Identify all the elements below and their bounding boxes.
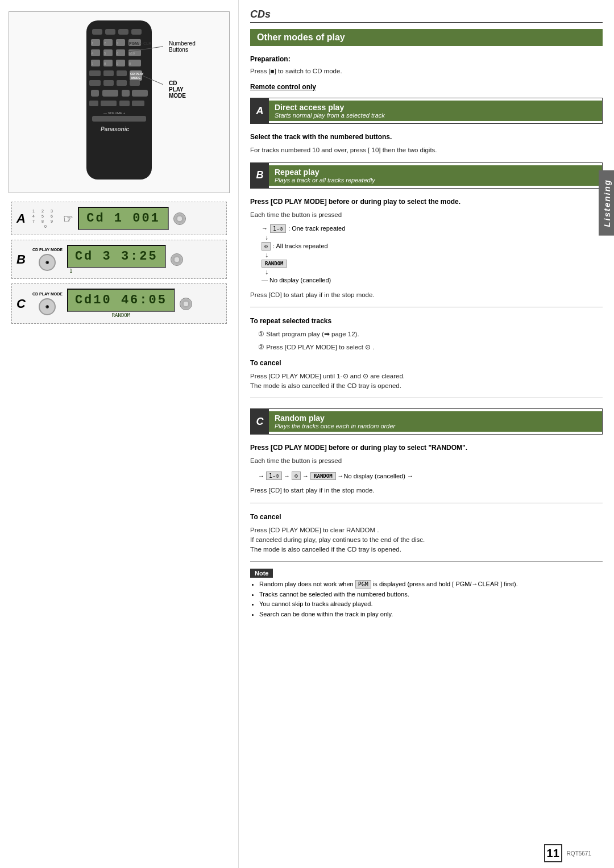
hand-icon-a: ☞ <box>63 212 73 226</box>
divider-1 <box>250 307 603 307</box>
svg-rect-43 <box>132 90 148 97</box>
c-random-badge: RANDOM <box>310 472 336 480</box>
mode-b-each-time: Each time the button is pressed <box>250 210 603 220</box>
svg-rect-42 <box>122 90 130 97</box>
mode-b-badge: B <box>251 163 269 188</box>
cd-play-mode-label: CD PLAY MODE <box>169 80 186 99</box>
note-label: Note <box>250 569 273 578</box>
svg-text:PGM/→CLR: PGM/→CLR <box>129 41 151 45</box>
section-title-cds: CDs <box>250 9 603 23</box>
mode-btn-b-label: CD PLAY MODE <box>32 248 63 252</box>
mode-btn-c[interactable]: CD PLAY MODE ◉ <box>32 292 63 315</box>
pgm-badge: PGM <box>355 580 371 589</box>
cd-icon-c <box>180 298 192 310</box>
cd-icon-a <box>173 212 186 225</box>
mode-block-b-header: B Repeat play Plays a track or all track… <box>251 163 602 188</box>
svg-rect-49 <box>92 116 146 122</box>
page-number-area: 11 RQT5671 <box>544 844 591 862</box>
mode-b-press-heading: Press [CD PLAY MODE] before or during pl… <box>250 198 603 206</box>
section-c-label: C <box>16 297 28 311</box>
mode-a-header-text: Direct access play Starts normal play fr… <box>269 101 602 121</box>
display-row-a: A 123 456 789 0 ☞ Cd 1 001 <box>11 202 227 235</box>
lcd-sub-b: 1 <box>67 268 166 274</box>
mode-b-subtitle: Plays a track or all tracks repeatedly <box>275 177 596 183</box>
svg-rect-45 <box>101 101 117 106</box>
page-number: 11 <box>544 844 562 862</box>
svg-text:— VOLUME +: — VOLUME + <box>103 111 126 115</box>
mode-btn-c-graphic[interactable]: ◉ <box>39 298 56 315</box>
remote-only-label: Remote control only <box>250 83 603 91</box>
svg-rect-37 <box>103 80 114 86</box>
svg-rect-39 <box>130 80 140 86</box>
mode-c-flow: → 1-⊙ → ⊙ → RANDOM →No display (cancelle… <box>258 471 603 480</box>
lcd-container-c: Cd10 46:05 RANDOM <box>67 289 175 319</box>
svg-text:≥10: ≥10 <box>129 52 135 55</box>
lcd-container-b: Cd 3 3:25 1 <box>67 245 166 274</box>
mode-c-title: Random play <box>275 414 596 423</box>
note-bullet-2: Tracks cannot be selected with the numbe… <box>259 590 603 600</box>
mode-c-header-text: Random play Plays the tracks once each i… <box>269 411 602 432</box>
mode-c-press-heading: Press [CD PLAY MODE] before or during pl… <box>250 444 603 452</box>
svg-rect-41 <box>102 90 118 97</box>
preparation-text: Press [■] to switch to CD mode. <box>250 66 603 76</box>
svg-rect-2 <box>105 29 115 35</box>
note-section: Note Random play does not work when PGM … <box>250 569 603 619</box>
mode-btn-b-graphic[interactable]: ◉ <box>39 254 56 271</box>
mode-block-c-header: C Random play Plays the tracks once each… <box>251 409 602 434</box>
mode-block-b: B Repeat play Plays a track or all track… <box>250 162 603 189</box>
svg-rect-30 <box>103 70 114 76</box>
mode-b-flow: → 1-⊙ : One track repeated ↓ ⊙ : All tra… <box>250 224 603 283</box>
listening-tab: Listening <box>599 170 614 236</box>
random-badge-b: RANDOM <box>262 260 287 268</box>
flow-item-1: → 1-⊙ : One track repeated <box>262 224 603 233</box>
svg-text:MODE: MODE <box>131 76 141 80</box>
mode-c-subtitle: Plays the tracks once each in random ord… <box>275 423 596 429</box>
remote-control-area: PGM/→CLR 1 2 3 4 5 6 ≥10 <box>9 11 230 193</box>
to-cancel-b-text: Press [CD PLAY MODE] until 1-⊙ and ⊙ are… <box>250 372 603 391</box>
to-cancel-b-heading: To cancel <box>250 359 603 367</box>
right-panel: Listening CDs Other modes of play Prepar… <box>239 0 614 868</box>
lcd-display-c: Cd10 46:05 <box>67 289 175 312</box>
down-arrow-2: ↓ <box>262 251 603 259</box>
lcd-display-b: Cd 3 3:25 <box>67 245 166 268</box>
svg-rect-46 <box>119 101 130 106</box>
c-badge-1: 1-⊙ <box>266 471 282 480</box>
mode-block-a-header: A Direct access play Starts normal play … <box>251 98 602 123</box>
left-panel: PGM/→CLR 1 2 3 4 5 6 ≥10 <box>0 0 239 868</box>
svg-rect-38 <box>117 80 127 86</box>
to-repeat-heading: To repeat selected tracks <box>250 317 603 325</box>
c-badge-2: ⊙ <box>292 471 301 480</box>
mode-a-subtitle: Starts normal play from a selected track <box>275 112 596 119</box>
other-modes-header: Other modes of play <box>250 29 603 46</box>
mode-block-a: A Direct access play Starts normal play … <box>250 98 603 124</box>
one-track-badge: 1-⊙ <box>270 224 286 233</box>
down-arrow-3: ↓ <box>262 268 603 276</box>
mode-b-header-text: Repeat play Plays a track or all tracks … <box>269 165 602 186</box>
to-repeat-2: ② Press [CD PLAY MODE] to select ⊙ . <box>250 343 603 352</box>
svg-rect-1 <box>92 29 102 35</box>
svg-rect-40 <box>91 90 99 97</box>
mode-c-each-time: Each time the button is pressed <box>250 456 603 466</box>
mode-b-title: Repeat play <box>275 168 596 177</box>
svg-rect-36 <box>89 80 101 86</box>
flow-item-2: ⊙ : All tracks repeated <box>262 242 603 251</box>
display-sections: A 123 456 789 0 ☞ Cd 1 001 B <box>9 199 230 327</box>
all-tracks-badge: ⊙ <box>262 242 271 251</box>
mode-c-press-cd: Press [CD] to start play if in the stop … <box>250 486 603 495</box>
mode-b-press-cd: Press [CD] to start play if in the stop … <box>250 290 603 300</box>
to-repeat-1: ① Start program play (➡ page 12). <box>250 329 603 339</box>
mode-btn-b[interactable]: CD PLAY MODE ◉ <box>32 248 63 270</box>
mode-block-c: C Random play Plays the tracks once each… <box>250 408 603 435</box>
note-bullet-1: Random play does not work when PGM is di… <box>259 579 603 590</box>
svg-rect-47 <box>132 101 144 106</box>
lcd-display-a: Cd 1 001 <box>78 207 169 230</box>
flow-item-no-display: — No display (cancelled) <box>262 277 603 283</box>
svg-rect-44 <box>89 101 98 106</box>
cd-icon-b <box>171 253 183 266</box>
remote-svg: PGM/→CLR 1 2 3 4 5 6 ≥10 <box>75 18 163 182</box>
to-cancel-c-text: Press [CD PLAY MODE] to clear RANDOM . I… <box>250 525 603 555</box>
note-bullet-4: Search can be done within the track in p… <box>259 610 603 620</box>
lcd-sub-c: RANDOM <box>67 312 175 319</box>
divider-4 <box>250 561 603 562</box>
section-a-label: A <box>16 211 28 226</box>
